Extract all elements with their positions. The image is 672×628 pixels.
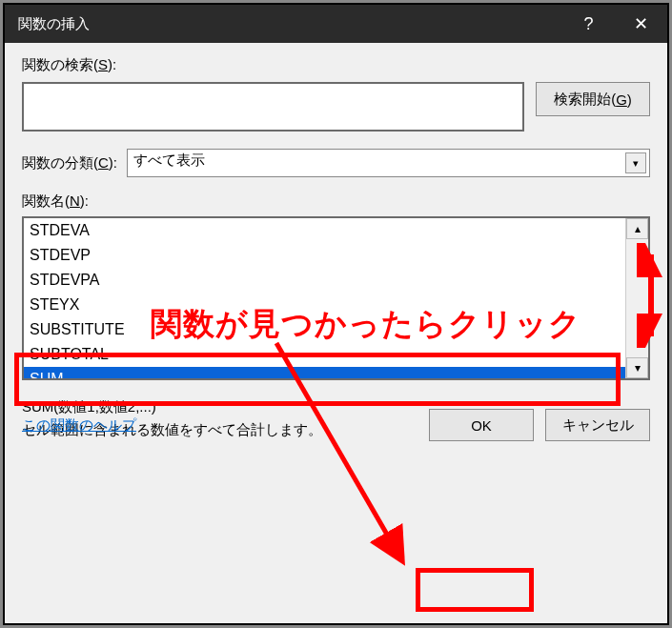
category-selected-value: すべて表示 (127, 149, 650, 177)
titlebar: 関数の挿入 ? ✕ (5, 5, 667, 43)
help-link[interactable]: この関数のヘルプ (22, 416, 136, 435)
question-icon: ? (583, 14, 593, 34)
list-item[interactable]: STDEVPA (24, 268, 625, 293)
help-button[interactable]: ? (562, 5, 615, 43)
list-item[interactable]: STDEVP (24, 243, 625, 268)
list-item[interactable]: SUBSTITUTE (24, 317, 625, 342)
scroll-up-icon[interactable]: ▴ (626, 218, 648, 239)
close-icon: ✕ (634, 13, 648, 34)
search-start-button[interactable]: 検索開始(G) (536, 82, 650, 116)
dialog-title: 関数の挿入 (18, 15, 90, 33)
dialog-window: 関数の挿入 ? ✕ 関数の検索(S): 検索開始(G) 関数の分類(C): すべ… (3, 3, 669, 625)
ok-button[interactable]: OK (429, 409, 534, 441)
search-label: 関数の検索(S): (22, 56, 650, 74)
category-label: 関数の分類(C): (22, 154, 117, 172)
list-item[interactable]: STDEVA (24, 218, 625, 243)
chevron-down-icon: ▾ (625, 152, 646, 173)
cancel-button[interactable]: キャンセル (545, 409, 650, 441)
list-item[interactable]: SUM (24, 367, 625, 378)
category-select[interactable]: すべて表示 ▾ (127, 149, 650, 177)
close-button[interactable]: ✕ (615, 5, 667, 43)
list-item[interactable]: STEYX (24, 293, 625, 317)
list-item[interactable]: SUBTOTAL (24, 342, 625, 367)
scrollbar[interactable]: ▴ ▾ (625, 218, 648, 378)
function-listbox[interactable]: STDEVASTDEVPSTDEVPASTEYXSUBSTITUTESUBTOT… (22, 216, 650, 380)
search-input[interactable] (22, 82, 524, 132)
function-name-label: 関数名(N): (22, 192, 650, 211)
dialog-body: 関数の検索(S): 検索開始(G) 関数の分類(C): すべて表示 ▾ 関数名(… (5, 43, 667, 455)
scroll-down-icon[interactable]: ▾ (626, 357, 648, 378)
